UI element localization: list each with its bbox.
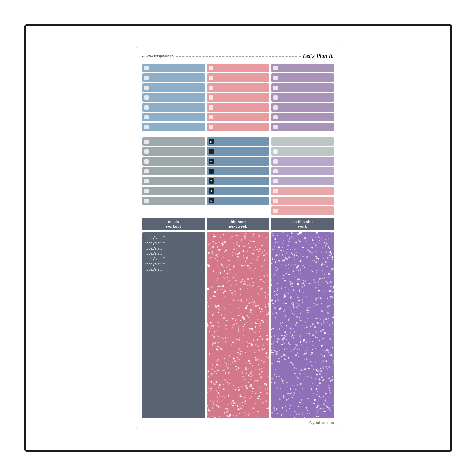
label-workout: workout: [166, 225, 181, 228]
pink-sticker-col: [207, 64, 269, 131]
sticker-bar[interactable]: [271, 197, 334, 205]
sticker-bar[interactable]: [142, 93, 205, 102]
label-this-next-week: this week next week: [207, 218, 269, 230]
glitter-pink-canvas: [207, 232, 269, 418]
checkbox[interactable]: [144, 115, 149, 119]
sticker-bar[interactable]: [142, 73, 205, 82]
sticker-bar[interactable]: [142, 83, 205, 92]
blue-sticker-col: [142, 64, 205, 131]
sticker-bar[interactable]: [207, 64, 269, 72]
checkbox[interactable]: [209, 125, 213, 129]
sticker-bar[interactable]: [271, 167, 334, 175]
checkbox[interactable]: [273, 159, 278, 164]
day-sticker-s2[interactable]: s: [207, 197, 269, 205]
checkbox[interactable]: [273, 209, 278, 213]
sticker-bar[interactable]: [142, 197, 205, 205]
checkbox[interactable]: [144, 199, 149, 203]
checkbox[interactable]: [273, 95, 278, 100]
checkbox[interactable]: [144, 95, 149, 100]
sticker-bar[interactable]: [271, 113, 334, 121]
today-item-7: today's stuff: [146, 267, 202, 271]
checkbox[interactable]: [144, 76, 149, 80]
sticker-bar[interactable]: [271, 157, 334, 166]
checkbox[interactable]: [273, 125, 278, 129]
sticker-bar[interactable]: [142, 113, 205, 121]
day-sticker-s1[interactable]: s: [207, 187, 269, 195]
sticker-bar[interactable]: [142, 147, 205, 156]
gray-sticker-col: [142, 137, 205, 215]
checkbox[interactable]: [273, 199, 278, 203]
checkbox[interactable]: [273, 189, 278, 193]
glitter-purple-col: [271, 232, 334, 418]
checkbox[interactable]: [144, 105, 149, 110]
sticker-bar[interactable]: [207, 113, 269, 121]
sticker-bar[interactable]: [142, 123, 205, 131]
checkbox[interactable]: [144, 189, 149, 193]
label-row: meals workout this week next week do thi…: [142, 218, 334, 230]
sticker-bar[interactable]: [142, 137, 205, 146]
today-item-1: today's stuff: [146, 236, 202, 240]
sticker-sheet: -- www.letsplanit.ca Let's Plan it.: [136, 47, 340, 429]
day-badge-w: w: [209, 159, 214, 164]
checkbox[interactable]: [144, 125, 149, 129]
checkbox[interactable]: [209, 66, 213, 70]
checkbox[interactable]: [144, 179, 149, 183]
sticker-bar[interactable]: [271, 206, 334, 215]
sticker-bar[interactable]: [207, 83, 269, 92]
checkbox[interactable]: [144, 66, 149, 70]
sticker-bar[interactable]: [207, 73, 269, 82]
label-next-week: next week: [229, 225, 247, 228]
label-meals: meals: [168, 220, 179, 224]
today-list-col: today's stuff today's stuff today's stuf…: [142, 232, 205, 418]
checkbox[interactable]: [273, 86, 278, 90]
sticker-bar[interactable]: [271, 123, 334, 131]
day-sticker-f[interactable]: f: [207, 177, 269, 185]
label-meals-workout: meals workout: [142, 218, 205, 230]
checkbox[interactable]: [144, 159, 149, 164]
sticker-bar[interactable]: [271, 64, 334, 72]
sticker-bar[interactable]: [142, 103, 205, 112]
checkbox[interactable]: [273, 179, 278, 183]
sticker-bar[interactable]: [271, 103, 334, 112]
day-sticker-t[interactable]: t: [207, 147, 269, 156]
sticker-bar[interactable]: [207, 103, 269, 112]
sticker-bar[interactable]: [142, 187, 205, 195]
day-sticker-th[interactable]: t: [207, 167, 269, 175]
checkbox[interactable]: [273, 149, 278, 154]
checkbox[interactable]: [273, 105, 278, 110]
sticker-bar[interactable]: [142, 64, 205, 72]
checkbox[interactable]: [144, 149, 149, 154]
sticker-bar[interactable]: [142, 157, 205, 166]
sticker-bar[interactable]: [271, 177, 334, 185]
checkbox[interactable]: [273, 115, 278, 119]
day-sticker-w[interactable]: w: [207, 157, 269, 166]
checkbox[interactable]: [209, 95, 213, 100]
sticker-bar[interactable]: [271, 83, 334, 92]
sticker-bar[interactable]: [207, 93, 269, 102]
checkbox[interactable]: [273, 66, 278, 70]
glitter-purple-canvas: [271, 232, 334, 418]
checkbox[interactable]: [144, 86, 149, 90]
checkbox[interactable]: [209, 105, 213, 110]
checkbox[interactable]: [209, 76, 213, 80]
checkbox[interactable]: [273, 76, 278, 80]
checkbox[interactable]: [209, 86, 213, 90]
sticker-bar[interactable]: [271, 93, 334, 102]
sticker-bar[interactable]: [271, 187, 334, 195]
sticker-bar[interactable]: [271, 147, 334, 156]
checkbox[interactable]: [273, 169, 278, 173]
label-do-this-shit: do this shit: [292, 220, 313, 224]
checkbox[interactable]: [209, 115, 213, 119]
checkbox[interactable]: [144, 140, 149, 144]
label-work: work: [298, 225, 307, 228]
today-item-5: today's stuff: [146, 257, 202, 261]
sticker-bar[interactable]: [271, 137, 334, 146]
sheet-header: -- www.letsplanit.ca Let's Plan it.: [142, 53, 334, 60]
sticker-bar[interactable]: [271, 73, 334, 82]
sticker-bar[interactable]: [207, 123, 269, 131]
brand-name: Let's Plan it.: [303, 53, 334, 60]
sticker-bar[interactable]: [142, 167, 205, 175]
sticker-bar[interactable]: [142, 177, 205, 185]
checkbox[interactable]: [144, 169, 149, 173]
day-sticker-m[interactable]: m: [207, 137, 269, 146]
